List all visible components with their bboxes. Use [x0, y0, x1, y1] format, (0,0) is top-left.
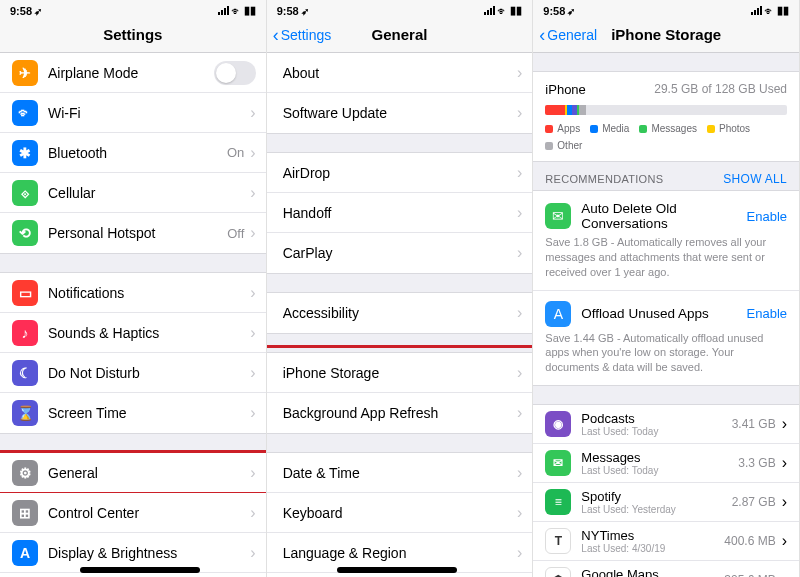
- general-row[interactable]: Software Update›: [267, 93, 533, 133]
- back-button[interactable]: ‹Settings: [273, 26, 332, 44]
- storage-pane: 9:58➶ ᯤ ▮▮ ‹General iPhone Storage iPhon…: [533, 0, 800, 577]
- row-label: Keyboard: [283, 505, 517, 521]
- row-label: Screen Time: [48, 405, 250, 421]
- storage-used: 29.5 GB of 128 GB Used: [654, 82, 787, 97]
- settings-row[interactable]: ⊞Control Center›: [0, 493, 266, 533]
- row-icon: ᯤ: [12, 100, 38, 126]
- general-row[interactable]: AirDrop›: [267, 153, 533, 193]
- app-icon: ✉: [545, 450, 571, 476]
- settings-row[interactable]: ✈Airplane Mode: [0, 53, 266, 93]
- app-row[interactable]: ✉MessagesLast Used: Today3.3 GB›: [533, 444, 799, 483]
- nav-title: iPhone Storage: [611, 26, 721, 43]
- chevron-right-icon: ›: [250, 144, 255, 162]
- general-row[interactable]: About›: [267, 53, 533, 93]
- chevron-right-icon: ›: [517, 64, 522, 82]
- general-row[interactable]: CarPlay›: [267, 233, 533, 273]
- location-icon: ➶: [34, 6, 42, 17]
- row-label: Handoff: [283, 205, 517, 221]
- chevron-left-icon: ‹: [273, 26, 279, 44]
- row-label: Software Update: [283, 105, 517, 121]
- settings-row[interactable]: ♪Sounds & Haptics›: [0, 313, 266, 353]
- general-row[interactable]: iPhone Storage›: [267, 353, 533, 393]
- app-size: 3.3 GB: [738, 456, 775, 470]
- app-name: NYTimes: [581, 528, 724, 543]
- general-row[interactable]: Handoff›: [267, 193, 533, 233]
- chevron-right-icon: ›: [250, 504, 255, 522]
- app-row[interactable]: ≡SpotifyLast Used: Yesterday2.87 GB›: [533, 483, 799, 522]
- settings-row[interactable]: ⟐Cellular›: [0, 173, 266, 213]
- enable-link[interactable]: Enable: [747, 209, 787, 224]
- nav-bar: ‹General iPhone Storage: [533, 17, 799, 53]
- settings-row[interactable]: ▭Notifications›: [0, 273, 266, 313]
- reco-row[interactable]: ✉Auto Delete Old ConversationsEnableSave…: [533, 191, 799, 291]
- status-time: 9:58: [543, 5, 565, 17]
- chevron-left-icon: ‹: [539, 26, 545, 44]
- settings-pane: 9:58➶ ᯤ ▮▮ Settings ✈Airplane ModeᯤWi-Fi…: [0, 0, 267, 577]
- back-button[interactable]: ‹General: [539, 26, 597, 44]
- battery-icon: ▮▮: [244, 4, 256, 17]
- chevron-right-icon: ›: [517, 104, 522, 122]
- general-row[interactable]: Date & Time›: [267, 453, 533, 493]
- app-name: Messages: [581, 450, 738, 465]
- general-row[interactable]: Background App Refresh›: [267, 393, 533, 433]
- legend-item: Apps: [545, 123, 580, 134]
- row-icon: A: [12, 540, 38, 566]
- row-label: General: [48, 465, 250, 481]
- general-row[interactable]: Dictionary›: [267, 573, 533, 577]
- chevron-right-icon: ›: [250, 104, 255, 122]
- reco-header: RECOMMENDATIONS SHOW ALL: [533, 162, 799, 190]
- row-icon: ✈: [12, 60, 38, 86]
- settings-row[interactable]: ᯤWi-Fi›: [0, 93, 266, 133]
- status-bar: 9:58➶ ᯤ ▮▮: [0, 0, 266, 17]
- show-all-link[interactable]: SHOW ALL: [723, 172, 787, 186]
- enable-link[interactable]: Enable: [747, 306, 787, 321]
- app-icon: ≡: [545, 489, 571, 515]
- back-label: General: [547, 27, 597, 43]
- legend-swatch: [545, 125, 553, 133]
- app-info: SpotifyLast Used: Yesterday: [581, 489, 731, 515]
- app-row[interactable]: ⬢Google MapsLast Used: Yesterday305.6 MB…: [533, 561, 799, 577]
- settings-row[interactable]: ⌛Screen Time›: [0, 393, 266, 433]
- row-value: On: [227, 145, 244, 160]
- redaction: [337, 567, 457, 573]
- row-label: Bluetooth: [48, 145, 227, 161]
- settings-row[interactable]: ❀Wallpaper›: [0, 573, 266, 577]
- row-icon: ⌛: [12, 400, 38, 426]
- reco-title: Auto Delete Old Conversations: [581, 201, 736, 231]
- bar-segment: [579, 105, 586, 115]
- row-label: Wi-Fi: [48, 105, 250, 121]
- location-icon: ➶: [301, 6, 309, 17]
- row-label: Date & Time: [283, 465, 517, 481]
- settings-row[interactable]: ✱BluetoothOn›: [0, 133, 266, 173]
- app-row[interactable]: TNYTimesLast Used: 4/30/19400.6 MB›: [533, 522, 799, 561]
- row-value: Off: [227, 226, 244, 241]
- reco-header-label: RECOMMENDATIONS: [545, 173, 663, 185]
- nav-title: Settings: [103, 26, 162, 43]
- legend-swatch: [590, 125, 598, 133]
- app-row[interactable]: ◉PodcastsLast Used: Today3.41 GB›: [533, 405, 799, 444]
- nav-title: General: [372, 26, 428, 43]
- reco-row[interactable]: AOffload Unused AppsEnableSave 1.44 GB -…: [533, 291, 799, 386]
- settings-row[interactable]: ⚙General›: [0, 453, 266, 493]
- app-icon: T: [545, 528, 571, 554]
- battery-icon: ▮▮: [777, 4, 789, 17]
- general-row[interactable]: Accessibility›: [267, 293, 533, 333]
- row-label: Display & Brightness: [48, 545, 250, 561]
- chevron-right-icon: ›: [250, 544, 255, 562]
- wifi-icon: ᯤ: [231, 5, 242, 17]
- legend-item: Messages: [639, 123, 697, 134]
- settings-row[interactable]: ☾Do Not Disturb›: [0, 353, 266, 393]
- settings-row[interactable]: ⟲Personal HotspotOff›: [0, 213, 266, 253]
- general-row[interactable]: Keyboard›: [267, 493, 533, 533]
- location-icon: ➶: [567, 6, 575, 17]
- app-list: ◉PodcastsLast Used: Today3.41 GB›✉Messag…: [533, 404, 799, 577]
- app-sub: Last Used: Yesterday: [581, 504, 731, 515]
- chevron-right-icon: ›: [250, 404, 255, 422]
- legend-label: Apps: [557, 123, 580, 134]
- settings-list: ✈Airplane ModeᯤWi-Fi›✱BluetoothOn›⟐Cellu…: [0, 53, 266, 577]
- legend-item: Media: [590, 123, 629, 134]
- storage-legend: AppsMediaMessagesPhotosOther: [545, 123, 787, 151]
- row-label: Cellular: [48, 185, 250, 201]
- status-time: 9:58: [10, 5, 32, 17]
- toggle[interactable]: [214, 61, 256, 85]
